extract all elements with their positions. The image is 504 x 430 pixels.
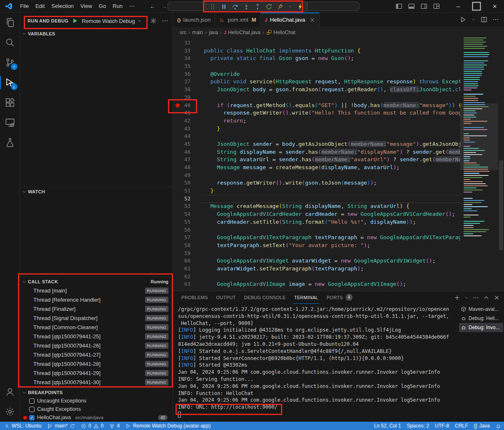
code-line[interactable] — [204, 132, 460, 140]
line-number[interactable]: 45 — [173, 140, 204, 148]
line-number[interactable]: 38 — [173, 86, 204, 94]
code-line[interactable] — [204, 250, 460, 258]
menu-item-go[interactable]: Go — [95, 2, 109, 10]
watch-section-header[interactable]: WATCH — [20, 187, 173, 196]
chevron-down-icon[interactable] — [471, 16, 476, 23]
lightning-icon[interactable] — [297, 3, 303, 10]
language-mode[interactable]: {}Java — [471, 422, 493, 430]
line-number[interactable]: 50 — [173, 179, 204, 187]
code-line[interactable]: JsonObject body = gson.fromJson(request.… — [204, 86, 460, 94]
chevron-down-icon[interactable] — [464, 295, 469, 301]
indentation[interactable]: Spaces: 2 — [404, 422, 432, 430]
activity-item-search[interactable] — [0, 32, 20, 52]
toggle-panel-icon[interactable] — [408, 3, 415, 10]
line-number[interactable]: 54 — [173, 210, 204, 218]
checkbox[interactable] — [29, 407, 35, 412]
code-line[interactable]: avatarWidget.setTextParagraph(textParagr… — [204, 265, 460, 273]
line-number[interactable]: 53 — [173, 202, 204, 210]
breakpoint-dot[interactable] — [176, 103, 180, 108]
code-line[interactable]: Message message = createMessage(displayN… — [204, 164, 460, 172]
breakpoint-row[interactable]: Caught Exceptions — [20, 405, 173, 413]
activity-item-testing[interactable] — [0, 132, 20, 152]
line-number[interactable]: 41 — [173, 109, 204, 117]
split-editor-icon[interactable] — [481, 16, 487, 23]
editor-scrollbar[interactable] — [498, 38, 504, 291]
panel-tab-output[interactable]: OUTPUT — [216, 291, 237, 304]
terminal-output[interactable]: /grpc/grpc-context/1.27.2/grpc-context-1… — [178, 306, 457, 420]
terminal-list-item[interactable]: Maven-avat... — [459, 305, 503, 314]
line-number[interactable]: 60 — [173, 257, 204, 265]
breakpoints-section-header[interactable]: BREAKPOINTS — [20, 388, 173, 397]
close-tab-icon[interactable] — [309, 17, 315, 23]
line-number[interactable]: 58 — [173, 242, 204, 250]
pause-icon[interactable] — [221, 3, 227, 10]
gear-icon[interactable] — [150, 18, 157, 24]
cursor-position[interactable]: Ln 52, Col 1 — [371, 422, 404, 430]
line-number[interactable]: 51 — [173, 187, 204, 195]
editor-tab-pom-xml[interactable]: pom.xmlM — [215, 12, 261, 27]
line-number[interactable]: 52 — [173, 195, 204, 203]
code-line[interactable]: GoogleAppsCardV1Image image = new Google… — [204, 280, 460, 288]
breadcrumb-item[interactable]: main — [192, 30, 203, 35]
menu-item-edit[interactable]: Edit — [32, 2, 48, 10]
call-stack-thread[interactable]: Thread [main]RUNNING — [20, 286, 173, 295]
line-number[interactable]: 42 — [173, 117, 204, 125]
panel-tab-problems[interactable]: PROBLEMS — [181, 291, 209, 304]
code-line[interactable] — [204, 172, 460, 180]
call-stack-thread[interactable]: Thread [qtp1500079441-30]RUNNING — [20, 378, 173, 387]
minimize-button[interactable]: ─ — [449, 0, 467, 12]
line-number[interactable]: 36 — [173, 70, 204, 78]
line-number[interactable]: 35 — [173, 62, 204, 70]
code-line[interactable]: GoogleAppsCardV1TextParagraph textParagr… — [204, 234, 460, 242]
maximize-panel-icon[interactable] — [483, 295, 489, 301]
line-number[interactable]: 56 — [173, 226, 204, 234]
close-panel-icon[interactable] — [494, 295, 500, 301]
terminal-list-item[interactable]: Debug: Hell... — [459, 314, 503, 323]
editor-tab-HelloChat-java[interactable]: JHelloChat.java — [261, 12, 320, 27]
menu-item-selection[interactable]: Selection — [48, 2, 77, 10]
activity-item-accounts[interactable] — [0, 382, 20, 402]
code-line[interactable]: Message createMessage(String displayName… — [204, 202, 460, 210]
code-line[interactable]: cardHeader.setTitle(String.format("Hello… — [204, 218, 460, 226]
line-number[interactable]: 43 — [173, 125, 204, 133]
more-actions-icon[interactable] — [492, 16, 499, 23]
line-number[interactable]: 34 — [173, 55, 204, 62]
step-over-icon[interactable] — [232, 3, 238, 10]
code-line[interactable]: } — [204, 125, 460, 133]
start-debug-icon[interactable] — [72, 18, 78, 24]
menu-item-view[interactable]: View — [77, 2, 95, 10]
breadcrumb-item[interactable]: src — [180, 30, 186, 35]
activity-item-remote-explorer[interactable] — [0, 112, 20, 132]
line-number[interactable]: 46 — [173, 148, 204, 156]
line-number[interactable]: 39 — [173, 94, 204, 102]
line-number[interactable]: 47 — [173, 156, 204, 164]
code-line[interactable]: JsonObject sender = body.getAsJsonObject… — [204, 140, 460, 148]
nav-forward-icon[interactable]: → — [161, 3, 167, 10]
menu-item-run[interactable]: Run — [109, 2, 126, 10]
chevron-down-icon[interactable] — [288, 3, 292, 10]
line-number[interactable]: 32 — [173, 39, 204, 47]
activity-item-extensions[interactable] — [0, 92, 20, 112]
code-line[interactable] — [204, 39, 460, 47]
line-number[interactable]: 63 — [173, 280, 204, 288]
code-line[interactable]: String avatarUrl = sender.has(memberName… — [204, 156, 460, 164]
code-line[interactable]: public void service(HttpRequest request,… — [204, 78, 460, 86]
problems-indicator[interactable]: 0 0 — [78, 422, 106, 430]
eol-sequence[interactable]: CRLF — [452, 422, 471, 430]
more-actions-icon[interactable] — [162, 18, 168, 24]
call-stack-section-header[interactable]: CALL STACK Running — [20, 277, 173, 286]
more-actions-icon[interactable] — [473, 295, 479, 301]
code-line[interactable]: String displayName = sender.has(memberNa… — [204, 148, 460, 156]
line-number[interactable]: 33 — [173, 47, 204, 55]
nav-back-icon[interactable]: ← — [150, 3, 155, 10]
toggle-sidebar-icon[interactable] — [396, 3, 402, 10]
code-line[interactable]: textParagraph.setText("Your avatar pictu… — [204, 242, 460, 250]
code-line[interactable]: public class HelloChat implements HttpFu… — [204, 47, 460, 55]
checkbox[interactable] — [29, 398, 35, 404]
breakpoint-row[interactable]: Uncaught Exceptions — [20, 397, 173, 405]
remote-indicator[interactable]: WSL: Ubuntu — [0, 422, 44, 430]
breadcrumb-item[interactable]: java — [209, 30, 218, 35]
call-stack-thread[interactable]: Thread [qtp1500079441-26]RUNNING — [20, 341, 173, 350]
breadcrumb-item[interactable]: HelloChat — [266, 30, 296, 35]
breadcrumb-item[interactable]: JHelloChat.java — [224, 30, 261, 35]
